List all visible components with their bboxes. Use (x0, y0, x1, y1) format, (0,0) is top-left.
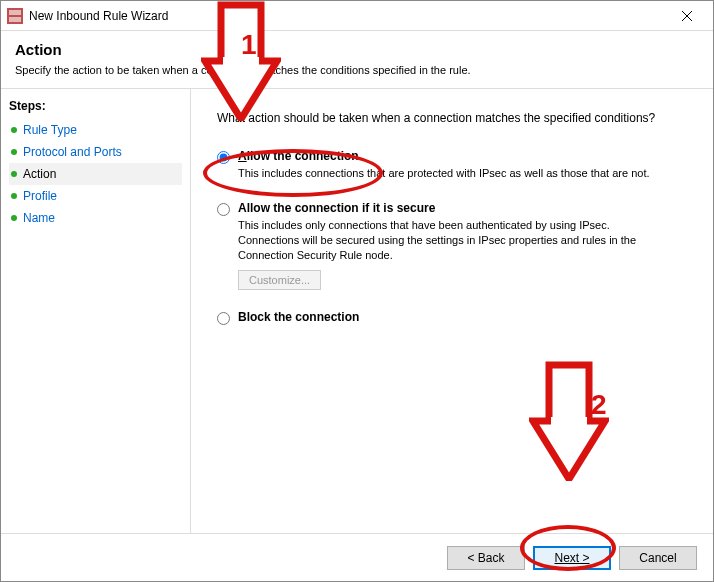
radio-allow-secure-input[interactable] (217, 203, 230, 216)
next-button[interactable]: Next > (533, 546, 611, 570)
steps-label: Steps: (9, 99, 182, 113)
bullet-icon (11, 127, 17, 133)
steps-list: Rule Type Protocol and Ports Action Prof… (9, 119, 182, 229)
wizard-header: Action Specify the action to be taken wh… (1, 31, 713, 89)
cancel-label: Cancel (639, 551, 676, 565)
bullet-icon (11, 215, 17, 221)
action-prompt: What action should be taken when a conne… (217, 111, 693, 125)
radio-block-label: Block the connection (238, 310, 359, 324)
close-button[interactable] (667, 2, 707, 30)
sidebar-item-rule-type[interactable]: Rule Type (9, 119, 182, 141)
radio-allow-desc: This includes connections that are prote… (238, 166, 668, 181)
radio-allow-secure[interactable]: Allow the connection if it is secure (217, 201, 693, 216)
svg-rect-2 (9, 17, 21, 22)
back-label: < Back (467, 551, 504, 565)
radio-allow-label: Allow the connection (238, 149, 359, 163)
svg-rect-1 (9, 10, 21, 15)
radio-allow-secure-label: Allow the connection if it is secure (238, 201, 435, 215)
main-panel: What action should be taken when a conne… (191, 89, 713, 533)
bullet-icon (11, 193, 17, 199)
option-allow-secure: Allow the connection if it is secure Thi… (217, 201, 693, 291)
option-allow: Allow the connection This includes conne… (217, 149, 693, 181)
titlebar: New Inbound Rule Wizard (1, 1, 713, 31)
radio-allow-secure-desc: This includes only connections that have… (238, 218, 668, 263)
page-title: Action (15, 41, 699, 58)
sidebar-item-action[interactable]: Action (9, 163, 182, 185)
next-label: Next > (554, 551, 589, 565)
cancel-button[interactable]: Cancel (619, 546, 697, 570)
footer: < Back Next > Cancel (1, 533, 713, 581)
radio-block-input[interactable] (217, 312, 230, 325)
steps-sidebar: Steps: Rule Type Protocol and Ports Acti… (1, 89, 191, 533)
page-subtitle: Specify the action to be taken when a co… (15, 64, 699, 76)
radio-allow-input[interactable] (217, 151, 230, 164)
sidebar-item-profile[interactable]: Profile (9, 185, 182, 207)
back-button[interactable]: < Back (447, 546, 525, 570)
customize-button: Customize... (238, 270, 321, 290)
wizard-window: New Inbound Rule Wizard Action Specify t… (0, 0, 714, 582)
sidebar-item-protocol-ports[interactable]: Protocol and Ports (9, 141, 182, 163)
radio-block[interactable]: Block the connection (217, 310, 693, 325)
bullet-icon (11, 171, 17, 177)
sidebar-item-name[interactable]: Name (9, 207, 182, 229)
radio-allow[interactable]: Allow the connection (217, 149, 693, 164)
option-block: Block the connection (217, 310, 693, 325)
bullet-icon (11, 149, 17, 155)
close-icon (682, 11, 692, 21)
firewall-icon (7, 8, 23, 24)
wizard-body: Steps: Rule Type Protocol and Ports Acti… (1, 89, 713, 533)
window-title: New Inbound Rule Wizard (29, 9, 667, 23)
